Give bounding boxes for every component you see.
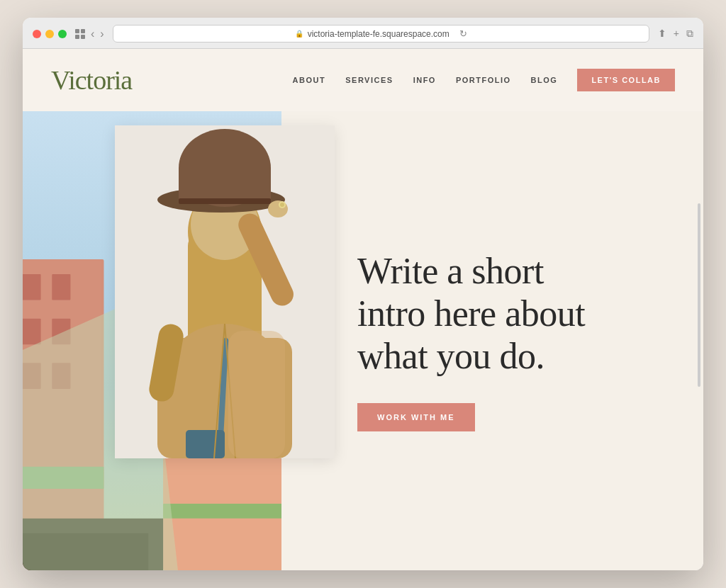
browser-controls: ‹ › <box>75 28 104 40</box>
hero-section: Write a short intro here about what you … <box>23 111 703 570</box>
hero-text: Write a short intro here about what you … <box>329 111 703 570</box>
nav-services[interactable]: SERVICES <box>345 76 393 84</box>
browser-actions: ⬆ + ⧉ <box>658 28 693 40</box>
maximize-button[interactable] <box>58 30 67 38</box>
nav-info[interactable]: INFO <box>413 76 436 84</box>
svg-rect-6 <box>52 319 70 345</box>
traffic-lights <box>33 30 67 38</box>
hero-heading-line3: what you do. <box>357 336 544 376</box>
svg-rect-19 <box>23 519 163 570</box>
svg-rect-3 <box>23 319 41 345</box>
svg-rect-5 <box>52 274 70 300</box>
svg-rect-4 <box>23 363 41 389</box>
url-text: victoria-template-fe.squarespace.com <box>308 29 449 39</box>
svg-rect-37 <box>186 430 225 458</box>
hero-heading: Write a short intro here about what you … <box>357 250 661 377</box>
nav-portfolio[interactable]: PORTFOLIO <box>456 76 511 84</box>
hero-heading-line2: intro here about <box>357 293 585 334</box>
hero-heading-line1: Write a short <box>357 251 544 291</box>
photo-card <box>115 125 335 458</box>
svg-rect-20 <box>23 533 148 570</box>
svg-rect-7 <box>52 363 70 389</box>
address-bar[interactable]: 🔒 victoria-template-fe.squarespace.com ↻ <box>113 25 649 43</box>
close-button[interactable] <box>33 30 41 38</box>
lock-icon: 🔒 <box>295 30 303 38</box>
browser-window: ‹ › 🔒 victoria-template-fe.squarespace.c… <box>23 18 703 570</box>
site-header: Victoria ABOUT SERVICES INFO PORTFOLIO B… <box>23 49 703 111</box>
lets-collab-button[interactable]: LET'S COLLAB <box>577 69 675 91</box>
svg-point-34 <box>280 203 284 207</box>
svg-rect-18 <box>163 504 281 519</box>
reload-icon[interactable]: ↻ <box>459 28 467 39</box>
person-illustration <box>115 125 335 458</box>
svg-rect-2 <box>23 274 41 300</box>
site-nav: ABOUT SERVICES INFO PORTFOLIO BLOG LET'S… <box>293 69 675 91</box>
svg-rect-1 <box>23 259 104 570</box>
svg-rect-27 <box>179 168 271 203</box>
share-icon[interactable]: ⬆ <box>658 28 666 40</box>
svg-rect-28 <box>179 198 271 204</box>
website: Victoria ABOUT SERVICES INFO PORTFOLIO B… <box>23 49 703 570</box>
new-tab-icon[interactable]: + <box>674 28 679 40</box>
forward-button[interactable]: › <box>100 28 104 40</box>
tab-grid-icon[interactable] <box>75 29 85 39</box>
work-with-me-button[interactable]: WORK WITH ME <box>357 403 475 431</box>
svg-rect-40 <box>228 331 285 458</box>
nav-about[interactable]: ABOUT <box>293 76 326 84</box>
minimize-button[interactable] <box>45 30 54 38</box>
nav-blog[interactable]: BLOG <box>531 76 558 84</box>
duplicate-icon[interactable]: ⧉ <box>686 28 693 40</box>
back-button[interactable]: ‹ <box>91 28 94 40</box>
browser-chrome: ‹ › 🔒 victoria-template-fe.squarespace.c… <box>23 18 703 49</box>
svg-rect-8 <box>23 467 104 489</box>
site-logo[interactable]: Victoria <box>51 64 132 96</box>
